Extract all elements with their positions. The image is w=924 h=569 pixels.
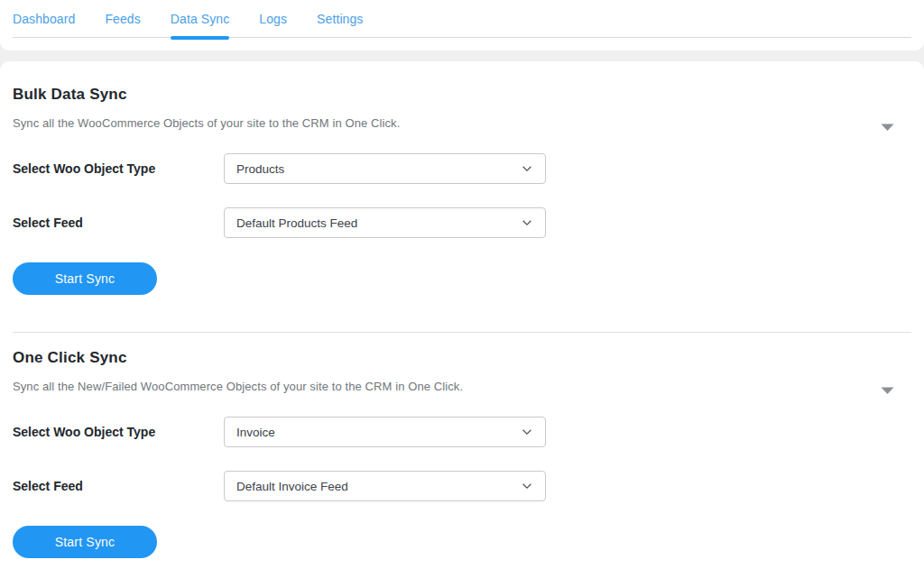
one-click-sync-section: One Click Sync Sync all the New/Failed W… [13, 349, 911, 558]
woo-object-type-label: Select Woo Object Type [13, 161, 224, 176]
feed-select[interactable]: Default Products Feed [224, 207, 546, 238]
plugin-tab-bar: Dashboard Feeds Data Sync Logs Settings [0, 0, 924, 50]
feed-select[interactable]: Default Invoice Feed [224, 471, 546, 501]
select-value: Default Invoice Feed [236, 480, 348, 493]
start-sync-button[interactable]: Start Sync [13, 262, 157, 295]
select-value: Default Products Feed [236, 216, 357, 230]
select-value: Invoice [236, 426, 275, 439]
tab-logs[interactable]: Logs [259, 12, 287, 37]
tab-dashboard[interactable]: Dashboard [13, 12, 75, 37]
tab-data-sync[interactable]: Data Sync [171, 12, 230, 37]
chevron-down-icon [521, 480, 533, 492]
tab-settings[interactable]: Settings [317, 12, 363, 37]
feed-select-row: Select Feed Default Products Feed [13, 207, 911, 238]
feed-select-label: Select Feed [13, 216, 224, 230]
woo-object-type-row: Select Woo Object Type Products [13, 153, 911, 184]
section-description: Sync all the New/Failed WooCommerce Obje… [13, 380, 463, 393]
bulk-data-sync-section: Bulk Data Sync Sync all the WooCommerce … [13, 61, 911, 295]
select-value: Products [236, 162, 284, 176]
woo-object-type-row: Select Woo Object Type Invoice [13, 417, 911, 447]
section-divider [13, 332, 911, 333]
section-description: Sync all the WooCommerce Objects of your… [13, 116, 400, 130]
caret-down-icon[interactable] [881, 382, 894, 391]
tab-list: Dashboard Feeds Data Sync Logs Settings [13, 0, 911, 38]
chevron-down-icon [521, 426, 533, 438]
woo-object-type-select[interactable]: Products [224, 153, 546, 184]
woo-object-type-select[interactable]: Invoice [224, 417, 546, 447]
section-title: One Click Sync [13, 349, 911, 367]
start-sync-button[interactable]: Start Sync [13, 526, 157, 558]
chevron-down-icon [521, 216, 533, 229]
data-sync-panel: Bulk Data Sync Sync all the WooCommerce … [0, 61, 924, 569]
tab-feeds[interactable]: Feeds [105, 12, 140, 37]
chevron-down-icon [521, 162, 533, 175]
caret-down-icon[interactable] [881, 119, 894, 128]
feed-select-label: Select Feed [13, 479, 224, 493]
feed-select-row: Select Feed Default Invoice Feed [13, 471, 911, 501]
woo-object-type-label: Select Woo Object Type [13, 425, 224, 439]
section-title: Bulk Data Sync [13, 86, 911, 104]
